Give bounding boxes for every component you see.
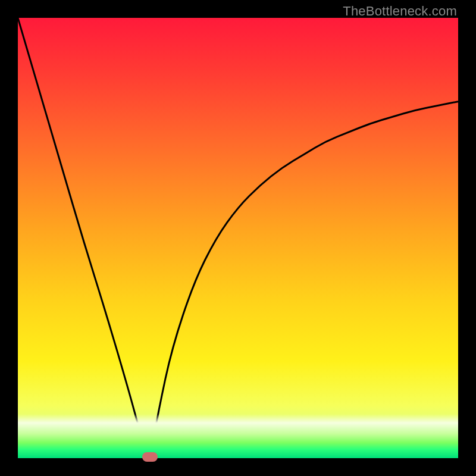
watermark-text: TheBottleneck.com bbox=[343, 4, 457, 19]
optimal-marker bbox=[142, 452, 158, 462]
chart-frame bbox=[18, 18, 458, 458]
chart-background bbox=[18, 18, 458, 458]
chart-svg bbox=[18, 18, 458, 458]
green-zone bbox=[18, 414, 458, 458]
